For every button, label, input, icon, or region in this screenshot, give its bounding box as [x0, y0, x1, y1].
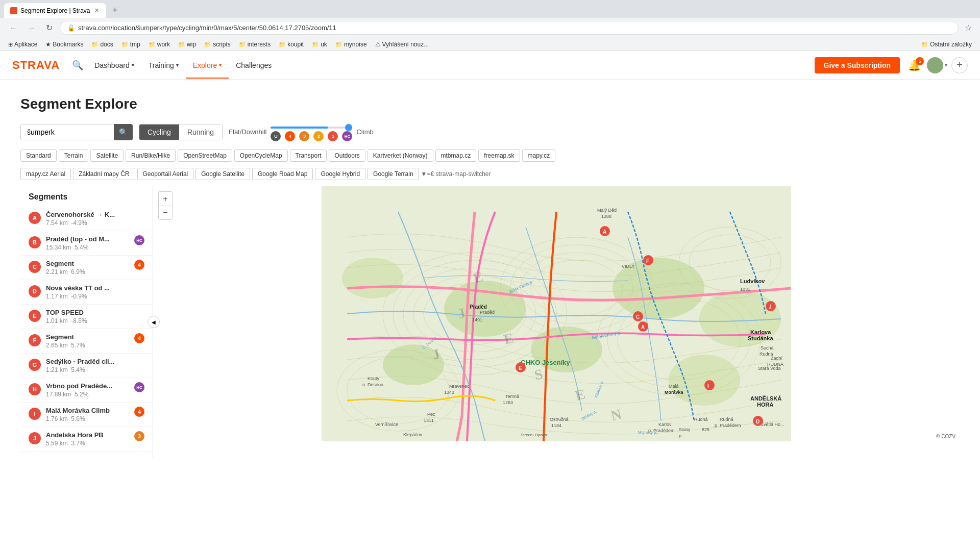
forward-button[interactable]: → [24, 21, 39, 35]
map-type-row: Standard Terrain Satellite Run/Bike/Hike… [20, 149, 960, 162]
segment-item-i[interactable]: I Malá Morávka Climb 1.76 km 5.6% 4 [20, 403, 153, 427]
give-subscription-button[interactable]: Give a Subscription [815, 57, 900, 73]
segment-letter-b: B [29, 236, 41, 248]
segment-letter-a: A [29, 212, 41, 224]
segment-info-e: TOP SPEED 1.01 km -8.5% [46, 309, 144, 324]
bookmark-work[interactable]: 📁 work [146, 40, 172, 49]
map-type-transport[interactable]: Transport [290, 149, 327, 162]
svg-text:1388: 1388 [601, 214, 611, 219]
running-type-button[interactable]: Running [179, 124, 222, 140]
map-type-google-terrain[interactable]: Google Terrain [368, 168, 419, 180]
segment-item-d[interactable]: D Nová věska TT od ... 1.17 km -0.9% [20, 280, 153, 305]
map-type-google-road[interactable]: Google Road Map [252, 168, 313, 180]
segment-item-c[interactable]: C Segment 2.21 km 6.9% 4 [20, 256, 153, 280]
bookmark-star-button[interactable]: ☆ [963, 21, 974, 35]
map-type-geoportail[interactable]: Geoportail Aerial [137, 168, 194, 180]
segment-info-c: Segment 2.21 km 6.9% [46, 260, 131, 276]
svg-text:Soiny: Soiny [679, 427, 691, 432]
nav-challenges[interactable]: Challenges [229, 52, 279, 79]
svg-text:Suchá: Suchá [761, 345, 774, 350]
map-type-zakladni[interactable]: Základní mapy ČR [73, 168, 135, 180]
segment-item-b[interactable]: B Praděd (top - od M... 15.34 km 5.4% HC [20, 231, 153, 256]
svg-text:Zadní: Zadní [771, 356, 783, 361]
lock-icon: 🔓 [67, 24, 75, 32]
zoom-out-button[interactable]: − [158, 206, 173, 220]
nav-training[interactable]: Training ▾ [141, 52, 186, 79]
svg-text:Karlova: Karlova [750, 329, 771, 335]
bookmark-vyhlaseni[interactable]: ⚠ Vyhlášení nouz... [373, 40, 431, 49]
back-button[interactable]: ← [6, 21, 20, 35]
svg-text:Mravenec: Mravenec [449, 384, 470, 389]
bookmark-ostatni[interactable]: 📁 Ostatní záložky [919, 40, 974, 49]
segment-letter-h: H [29, 383, 41, 395]
svg-text:Morávka: Morávka [665, 390, 684, 395]
map-type-standard[interactable]: Standard [20, 149, 57, 162]
map-type-freemap[interactable]: freemap.sk [478, 149, 520, 162]
search-icon[interactable]: 🔍 [72, 60, 83, 71]
map-type-mapy-aerial[interactable]: mapy.cz Aerial [20, 168, 71, 180]
map-type-mapy[interactable]: mapy.cz [522, 149, 556, 162]
segment-letter-e: E [29, 310, 41, 322]
tab-bar: Segment Explore | Strava ✕ + [0, 0, 980, 18]
segments-panel: Segments A Červenohorské → K... 7.54 km … [20, 186, 153, 458]
bookmark-docs[interactable]: 📁 docs [89, 40, 115, 49]
map-type-mtbmap[interactable]: mtbmap.cz [435, 149, 477, 162]
nav-explore[interactable]: Explore ▾ [186, 52, 229, 79]
cycling-type-button[interactable]: Cycling [139, 124, 179, 140]
svg-text:1263: 1263 [503, 400, 513, 405]
segment-item-e[interactable]: E TOP SPEED 1.01 km -8.5% [20, 305, 153, 329]
segment-item-a[interactable]: A Červenohorské → K... 7.54 km -4.9% [20, 207, 153, 231]
strava-app: STRAVA 🔍 Dashboard ▾ Training ▾ Explore … [0, 51, 980, 551]
tab-close-button[interactable]: ✕ [93, 6, 100, 15]
map-area[interactable]: Ludvíkov 1031 Karlova Studánka ANDĚLSKÁ … [153, 186, 960, 441]
panel-collapse-button[interactable]: ◀ [148, 316, 160, 328]
active-tab[interactable]: Segment Explore | Strava ✕ [4, 3, 106, 18]
bookmark-interests[interactable]: 📁 interests [237, 40, 273, 49]
strava-logo: STRAVA [12, 59, 60, 72]
segment-stats-j: 5.59 km 3.7% [46, 440, 131, 447]
map-type-satellite[interactable]: Satellite [90, 149, 124, 162]
nav-dashboard[interactable]: Dashboard ▾ [87, 52, 141, 79]
bookmark-uk[interactable]: 📁 uk [310, 40, 329, 49]
segment-item-f[interactable]: F Segment 2.65 km 5.7% 4 [20, 329, 153, 354]
avatar-dropdown-icon[interactable]: ▾ [945, 62, 947, 68]
segment-letter-i: I [29, 408, 41, 420]
bookmark-mynoise[interactable]: 📁 mynoise [333, 40, 369, 49]
bookmarks-bar: ⊞ Aplikace ★ Bookmarks 📁 docs 📁 tmp 📁 wo… [0, 38, 980, 51]
svg-text:ANDĚLSKÁ: ANDĚLSKÁ [750, 395, 781, 402]
map-type-outdoors[interactable]: Outdoors [329, 149, 365, 162]
map-type-kartverket[interactable]: Kartverket (Norway) [368, 149, 433, 162]
svg-text:I: I [707, 383, 709, 389]
new-tab-button[interactable]: + [108, 3, 122, 18]
segment-stats-i: 1.76 km 5.6% [46, 415, 131, 422]
add-activity-button[interactable]: + [951, 57, 968, 73]
map-type-google-satellite[interactable]: Google Satellite [195, 168, 250, 180]
bookmark-bookmarks[interactable]: ★ Bookmarks [43, 40, 85, 49]
search-submit-button[interactable]: 🔍 [114, 124, 133, 140]
refresh-button[interactable]: ↻ [43, 21, 56, 35]
bookmark-aplikace[interactable]: ⊞ Aplikace [6, 40, 39, 49]
segment-item-j[interactable]: J Andelska Hora PB 5.59 km 3.7% 3 [20, 427, 153, 452]
map-type-openstreetmap[interactable]: OpenStreetMap [178, 149, 232, 162]
address-input[interactable]: 🔓 strava.com/location/šumperk/type/cycli… [60, 21, 959, 35]
bookmark-scripts[interactable]: 📁 scripts [202, 40, 233, 49]
bookmark-tmp[interactable]: 📁 tmp [119, 40, 142, 49]
map-type-run-bike-hike[interactable]: Run/Bike/Hike [126, 149, 176, 162]
user-avatar[interactable] [927, 57, 943, 73]
bookmark-wip[interactable]: 📁 wip [176, 40, 198, 49]
grade-range-slider[interactable] [271, 127, 352, 129]
zoom-in-button[interactable]: + [158, 191, 173, 206]
segment-item-g[interactable]: G Sedýlko - Praděd cli... 1.21 km 5.4% [20, 354, 153, 378]
bookmark-koupit[interactable]: 📁 koupit [277, 40, 306, 49]
segment-name-c: Segment [46, 260, 131, 267]
map-zoom-controls: + − [158, 191, 173, 220]
map-type-terrain[interactable]: Terrain [59, 149, 89, 162]
map-switcher-link[interactable]: ▼=€ strava-map-switcher [421, 170, 491, 178]
map-type-google-hybrid[interactable]: Google Hybrid [315, 168, 365, 180]
map-type-opencyclemap[interactable]: OpenCycleMap [234, 149, 288, 162]
svg-text:Světlá Ho...: Světlá Ho... [761, 422, 785, 427]
svg-text:Temná: Temná [505, 394, 519, 399]
notifications-button[interactable]: 🔔 5 [908, 59, 921, 71]
segment-info-i: Malá Morávka Climb 1.76 km 5.6% [46, 407, 131, 422]
segment-item-h[interactable]: H Vrbno pod Praděde... 17.89 km 5.2% HC [20, 378, 153, 403]
